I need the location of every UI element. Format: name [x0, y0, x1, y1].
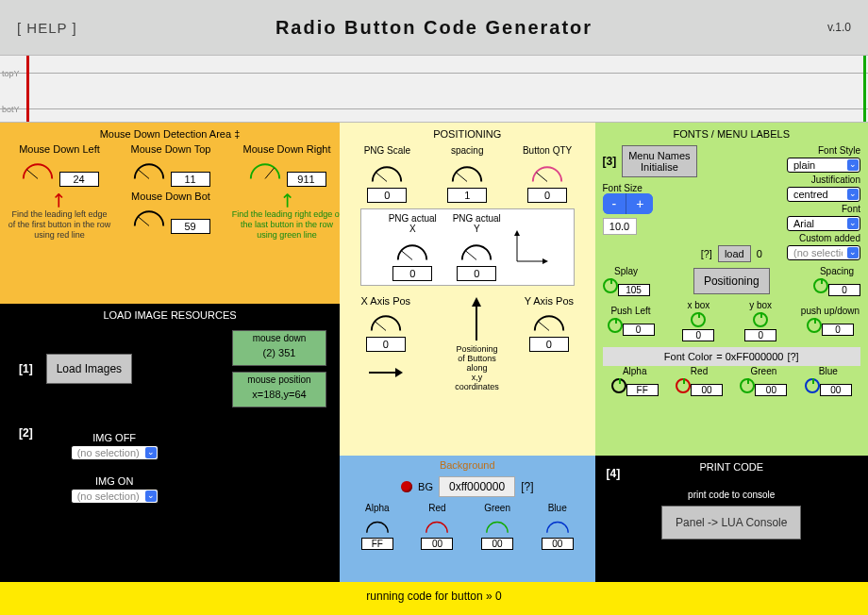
scale-value[interactable]: 0: [367, 188, 407, 203]
acty-value[interactable]: 0: [457, 266, 496, 281]
md-right-label: Mouse Down Right: [230, 143, 343, 155]
xbox-value[interactable]: 0: [682, 329, 714, 341]
falpha-value[interactable]: FF: [626, 384, 659, 396]
md-left-value[interactable]: 24: [59, 172, 99, 187]
red-guide-line[interactable]: [26, 56, 29, 122]
svg-line-3: [139, 217, 149, 226]
fontsize-label: Font Size: [603, 183, 781, 193]
print-title: PRINT CODE: [603, 461, 860, 473]
print-code-button[interactable]: Panel -> LUA Console: [661, 506, 801, 540]
acty-label: PNG actual Y: [448, 213, 505, 234]
positioning-button[interactable]: Positioning: [693, 268, 770, 294]
bg-hex-value[interactable]: 0xff000000: [439, 476, 515, 497]
dial-icon[interactable]: [394, 236, 430, 264]
dial-icon[interactable]: [369, 158, 405, 186]
dial-icon[interactable]: [131, 202, 167, 230]
dial-icon[interactable]: [529, 158, 565, 186]
dial-icon[interactable]: [544, 515, 571, 536]
svg-line-8: [466, 251, 476, 260]
dial-icon[interactable]: [740, 378, 755, 393]
fontcolor-label: Font Color: [664, 351, 712, 362]
dial-icon[interactable]: [813, 278, 828, 293]
dial-icon[interactable]: [611, 378, 626, 393]
green-value[interactable]: 00: [481, 538, 513, 550]
dial-icon[interactable]: [449, 158, 485, 186]
load-help[interactable]: [?]: [701, 248, 712, 259]
idx3-label: [3]: [603, 155, 617, 168]
dial-icon[interactable]: [459, 236, 494, 264]
svg-marker-15: [395, 368, 403, 377]
md-bot-value[interactable]: 59: [171, 219, 210, 234]
img-off-select[interactable]: (no selection): [71, 445, 159, 460]
splay-label: Splay: [603, 266, 650, 276]
ypos-value[interactable]: 0: [529, 337, 569, 352]
pushleft-value[interactable]: 0: [623, 324, 655, 336]
pushud-value[interactable]: 0: [822, 324, 854, 336]
img-on-select[interactable]: (no selection): [71, 489, 159, 504]
fred-value[interactable]: 00: [691, 384, 723, 396]
dial-icon[interactable]: [807, 318, 822, 333]
red-label: Red: [409, 503, 465, 513]
bg-help[interactable]: [?]: [521, 480, 533, 493]
scale-label: PNG Scale: [359, 145, 415, 156]
alpha-value[interactable]: FF: [361, 538, 393, 550]
dial-icon[interactable]: [424, 515, 450, 536]
dial-icon[interactable]: [131, 155, 167, 183]
actx-value[interactable]: 0: [392, 266, 432, 281]
green-guide-line[interactable]: [863, 56, 866, 122]
plus-button[interactable]: +: [626, 193, 653, 214]
fblue-value[interactable]: 00: [820, 384, 852, 396]
dial-icon[interactable]: [753, 312, 768, 327]
menu-names-button[interactable]: Menu Names Initialise: [622, 145, 696, 177]
fontcolor-help[interactable]: [?]: [787, 351, 798, 362]
green-title: FONTS / MENU LABELS: [603, 128, 860, 140]
bluec-value[interactable]: 00: [542, 538, 574, 550]
dial-icon[interactable]: [364, 515, 391, 536]
justif-select[interactable]: centred: [787, 187, 860, 202]
dial-icon[interactable]: [691, 312, 706, 327]
ybox-value[interactable]: 0: [744, 329, 776, 341]
pushud-label: push up/down: [800, 306, 860, 316]
splay-value[interactable]: 105: [618, 284, 650, 296]
xpos-label: X Axis Pos: [361, 295, 411, 307]
style-select[interactable]: plain: [787, 158, 860, 173]
dial-icon[interactable]: [531, 307, 567, 335]
actx-label: PNG actual X: [384, 213, 441, 234]
spacing-label: spacing: [439, 145, 495, 156]
style-label: Font Style: [818, 145, 860, 156]
gspacing-value[interactable]: 0: [828, 284, 860, 296]
spacing-value[interactable]: 1: [447, 188, 487, 203]
dial-icon[interactable]: [805, 378, 820, 393]
fgreen-value[interactable]: 00: [755, 384, 787, 396]
svg-marker-10: [514, 230, 520, 236]
qty-value[interactable]: 0: [527, 188, 567, 203]
red-value[interactable]: 00: [421, 538, 453, 550]
bg-label: BG: [418, 481, 433, 492]
md-top-label: Mouse Down Top: [119, 143, 223, 155]
load-val: 0: [757, 248, 762, 259]
font-load-button[interactable]: load: [718, 245, 751, 262]
fgreen-label: Green: [735, 366, 792, 376]
dial-icon[interactable]: [247, 155, 283, 183]
ypos-label: Y Axis Pos: [525, 295, 574, 307]
custom-select[interactable]: (no selection): [787, 245, 860, 260]
custom-label: Custom added: [799, 233, 860, 243]
yellow-title: POSITIONING: [347, 128, 588, 140]
md-top-value[interactable]: 11: [171, 172, 210, 187]
dial-icon[interactable]: [603, 278, 618, 293]
xpos-value[interactable]: 0: [366, 337, 406, 352]
dial-icon[interactable]: [608, 318, 623, 333]
svg-line-5: [457, 173, 467, 182]
fontsize-stepper[interactable]: -+: [603, 193, 654, 214]
bg-led-icon[interactable]: [401, 481, 412, 492]
fontcolor-value: = 0xFF000000: [716, 351, 783, 362]
help-link[interactable]: [ HELP ]: [17, 20, 77, 36]
ybox-label: y box: [738, 300, 783, 310]
dial-icon[interactable]: [484, 515, 510, 536]
dial-icon[interactable]: [368, 307, 404, 335]
minus-button[interactable]: -: [603, 193, 627, 214]
font-select[interactable]: Arial: [787, 216, 860, 231]
alpha-label: Alpha: [349, 503, 406, 513]
load-images-button[interactable]: Load Images: [46, 354, 132, 384]
dial-icon[interactable]: [676, 378, 691, 393]
